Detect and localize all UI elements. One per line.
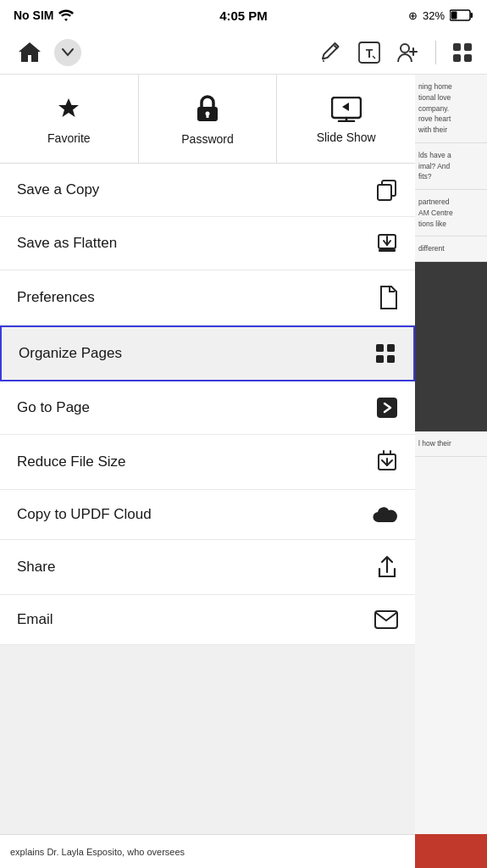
cloud-icon (373, 505, 398, 524)
pencil-icon (320, 42, 342, 64)
arrow-right-icon (376, 397, 398, 419)
toolbar-right: T (320, 41, 473, 64)
toolbar-left (14, 36, 81, 69)
top-actions: Favorite Password Slide Show (0, 75, 415, 164)
copy-cloud-item[interactable]: Copy to UPDF Cloud (0, 490, 415, 540)
bottom-text: explains Dr. Layla Esposito, who oversee… (10, 847, 185, 857)
svg-rect-20 (376, 344, 384, 352)
svg-rect-9 (453, 54, 461, 62)
save-flatten-item[interactable]: Save as Flatten (0, 217, 415, 270)
grid-apps-icon (451, 42, 473, 64)
svg-rect-16 (378, 185, 391, 200)
star-icon (55, 96, 82, 123)
chevron-down-button[interactable] (54, 39, 81, 66)
slideshow-button[interactable]: Slide Show (277, 75, 415, 163)
battery-percent: 32% (423, 9, 445, 22)
email-icon (374, 610, 398, 629)
svg-rect-7 (453, 43, 461, 51)
location-icon: ⊕ (408, 9, 418, 22)
document-icon (378, 286, 398, 309)
home-button[interactable] (14, 36, 46, 69)
copy-cloud-label: Copy to UPDF Cloud (17, 506, 152, 523)
chevron-down-icon (62, 48, 74, 57)
bg-text-3: partneredAM Centretions like (415, 190, 487, 236)
status-carrier: No SIM (14, 8, 74, 22)
bg-text-5: l how their (415, 431, 487, 457)
go-to-page-label: Go to Page (17, 399, 90, 416)
copy-icon (376, 179, 398, 201)
status-bar: No SIM 4:05 PM ⊕ 32% (0, 0, 487, 31)
svg-rect-2 (451, 12, 457, 19)
svg-rect-1 (471, 13, 473, 18)
svg-rect-10 (464, 54, 472, 62)
go-to-page-item[interactable]: Go to Page (0, 381, 415, 435)
organize-pages-label: Organize Pages (19, 345, 122, 362)
bg-image-1 (415, 262, 487, 431)
apps-tool-button[interactable] (451, 42, 473, 64)
toolbar: T (0, 31, 487, 75)
text-tool-button[interactable]: T (357, 41, 381, 64)
organize-pages-item[interactable]: Organize Pages (0, 326, 415, 381)
preferences-label: Preferences (17, 289, 95, 306)
text-edit-icon: T (357, 41, 381, 64)
svg-rect-13 (207, 114, 209, 118)
compress-icon (376, 450, 398, 474)
home-icon (17, 41, 42, 64)
carrier-label: No SIM (14, 8, 53, 22)
password-button[interactable]: Password (139, 75, 278, 163)
svg-rect-19 (379, 249, 396, 252)
svg-point-6 (401, 44, 409, 53)
bg-text-4: different (415, 236, 487, 262)
share-label: Share (17, 559, 55, 576)
save-copy-label: Save a Copy (17, 181, 99, 198)
password-label: Password (181, 132, 233, 146)
email-item[interactable]: Email (0, 595, 415, 645)
svg-rect-21 (387, 344, 395, 352)
organize-grid-icon (374, 342, 396, 364)
slideshow-label: Slide Show (317, 131, 376, 144)
save-flatten-label: Save as Flatten (17, 235, 117, 252)
edit-tool-button[interactable] (320, 42, 342, 64)
menu-list: Save a Copy Save as Flatten (0, 164, 415, 645)
reduce-file-label: Reduce File Size (17, 453, 126, 470)
bottom-bar: explains Dr. Layla Esposito, who oversee… (0, 834, 487, 868)
svg-rect-22 (376, 355, 384, 363)
person-add-icon (396, 42, 420, 64)
share-item[interactable]: Share (0, 540, 415, 595)
wifi-icon (58, 9, 74, 21)
status-time: 4:05 PM (219, 8, 268, 23)
svg-rect-23 (387, 355, 395, 363)
person-tool-button[interactable] (396, 42, 420, 64)
background-content-right: ning hometional lovecompany.rove heartwi… (415, 75, 487, 868)
bg-text-1: ning hometional lovecompany.rove heartwi… (415, 75, 487, 143)
favorite-label: Favorite (47, 131, 91, 145)
save-copy-item[interactable]: Save a Copy (0, 164, 415, 217)
share-icon (376, 555, 398, 579)
status-right: ⊕ 32% (408, 9, 473, 22)
svg-point-3 (323, 60, 324, 62)
svg-text:T: T (366, 47, 374, 60)
download-icon (376, 232, 398, 254)
reduce-file-item[interactable]: Reduce File Size (0, 435, 415, 490)
slideshow-icon (331, 97, 362, 122)
bg-text-2: lds have aimal? Andfits? (415, 143, 487, 190)
svg-rect-8 (464, 43, 472, 51)
email-label: Email (17, 611, 53, 628)
lock-icon (195, 95, 220, 124)
svg-rect-24 (377, 398, 397, 418)
preferences-item[interactable]: Preferences (0, 270, 415, 326)
favorite-button[interactable]: Favorite (0, 75, 139, 163)
bottom-accent (415, 834, 487, 868)
menu-panel: Favorite Password Slide Show Save a (0, 75, 415, 645)
battery-icon (450, 9, 473, 21)
toolbar-separator (435, 41, 436, 64)
